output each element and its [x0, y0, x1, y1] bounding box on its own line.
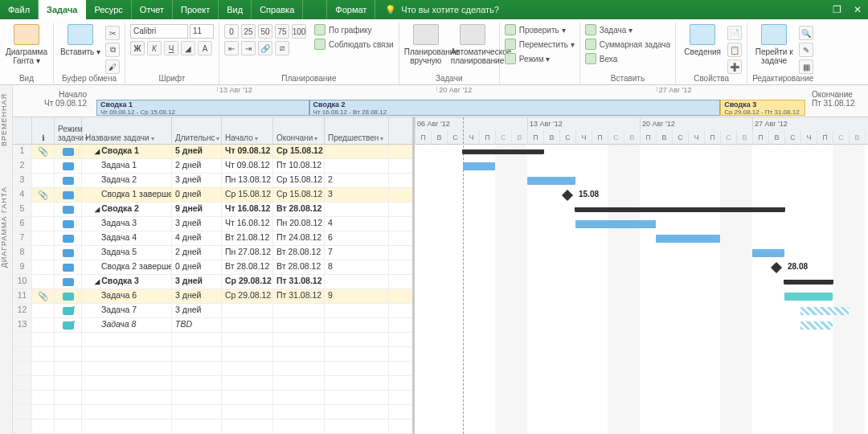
- tab-file[interactable]: Файл: [0, 0, 39, 19]
- manual-schedule-button[interactable]: Планирование вручную: [404, 24, 448, 65]
- font-name-select[interactable]: Calibri: [130, 24, 188, 39]
- tab-resource[interactable]: Ресурс: [86, 0, 131, 19]
- tab-spacer: [303, 0, 327, 19]
- outdent-button[interactable]: ⇤: [224, 41, 239, 55]
- window-close[interactable]: ✕: [847, 0, 868, 19]
- table-row[interactable]: 6Задача 33 днейЧт 16.08.12Пн 20.08.124: [13, 217, 412, 231]
- col-finish[interactable]: Окончани▾: [273, 117, 325, 144]
- table-row[interactable]: 11📎Задача 63 днейСр 29.08.12Пт 31.08.129: [13, 289, 412, 304]
- tell-me-label: Что вы хотите сделать?: [401, 5, 499, 14]
- insert-summary-button[interactable]: Суммарная задача: [585, 39, 670, 50]
- format-painter-button[interactable]: 🖌: [105, 59, 120, 74]
- tab-task[interactable]: Задача: [39, 0, 86, 19]
- table-row[interactable]: 8Задача 52 днейПн 27.08.12Вт 28.08.127: [13, 246, 412, 260]
- on-schedule[interactable]: По графику: [314, 24, 394, 35]
- fill-color-button[interactable]: ◢: [181, 41, 195, 55]
- tab-help[interactable]: Справка: [252, 0, 303, 19]
- find-button[interactable]: 🔍: [799, 26, 813, 40]
- paste-icon: [68, 24, 93, 45]
- group-insert: Вставить: [585, 74, 670, 84]
- details-button[interactable]: 📋: [727, 43, 742, 57]
- timeline-start: НачалоЧт 09.08.12: [6, 90, 87, 108]
- table-row[interactable]: 10Сводка 33 днейСр 29.08.12Пт 31.08.12: [13, 275, 412, 289]
- tell-me[interactable]: 💡Что вы хотите сделать?: [375, 0, 509, 19]
- tab-format[interactable]: Формат: [327, 0, 375, 19]
- notes-button[interactable]: 📄: [727, 26, 742, 40]
- gantt-chart[interactable]: 06 Авг '1213 Авг '1220 Авг '1227 Авг '12…: [415, 117, 868, 434]
- timeline-pane[interactable]: НачалоЧт 09.08.12 ОкончаниеПт 31.08.12 1…: [0, 85, 868, 117]
- table-row[interactable]: 1📎Сводка 15 днейЧт 09.08.12Ср 15.08.12: [13, 145, 412, 159]
- menu-tabs: Файл Задача Ресурс Отчет Проект Вид Спра…: [0, 0, 868, 19]
- pct-50[interactable]: 50: [258, 24, 272, 39]
- font-size-select[interactable]: 11: [190, 24, 214, 39]
- manual-icon: [413, 24, 439, 45]
- tab-view[interactable]: Вид: [219, 0, 252, 19]
- info-button[interactable]: Сведения: [681, 24, 724, 56]
- col-name[interactable]: Название задачи▾: [82, 117, 172, 144]
- clear-button[interactable]: ✎: [799, 43, 813, 57]
- timeline-add-button[interactable]: ➕: [727, 59, 742, 74]
- table-row[interactable]: 3Задача 23 днейПн 13.08.12Ср 15.08.122: [13, 174, 412, 188]
- table-row[interactable]: 13Задача 8TBD: [13, 318, 412, 333]
- timeline-end: ОкончаниеПт 31.08.12: [812, 90, 868, 108]
- view-gantt-button[interactable]: Диаграмма Ганта ▾: [5, 24, 48, 65]
- link-button[interactable]: 🔗: [258, 41, 272, 55]
- ribbon: Диаграмма Ганта ▾Вид Вставить ▾✂⧉🖌Буфер …: [0, 19, 868, 85]
- underline-button[interactable]: Ч: [164, 41, 178, 55]
- pct-100[interactable]: 100: [292, 24, 306, 39]
- inspect-button[interactable]: Проверить ▾: [505, 24, 575, 35]
- copy-button[interactable]: ⧉: [105, 43, 120, 57]
- bulb-icon: 💡: [385, 5, 396, 15]
- tab-report[interactable]: Отчет: [132, 0, 173, 19]
- group-clipboard: Буфер обмена: [59, 74, 120, 84]
- vertical-labels: ВРЕМЕННАЯ ДИАГРАММА ГАНТА: [0, 85, 13, 434]
- fill-button[interactable]: ▦: [799, 59, 813, 74]
- table-row[interactable]: 5Сводка 29 днейЧт 16.08.12Вт 28.08.12: [13, 203, 412, 217]
- col-pred[interactable]: Предшествен▾: [325, 117, 389, 144]
- pct-0[interactable]: 0: [224, 24, 239, 39]
- table-row[interactable]: 2Задача 12 днейЧт 09.08.12Пт 10.08.12: [13, 159, 412, 174]
- schedule-icon: [314, 24, 326, 35]
- group-view: Вид: [5, 74, 48, 84]
- links-icon: [314, 39, 326, 50]
- grid-header: ℹ Режим задачи▾ Название задачи▾ Длитель…: [13, 117, 412, 145]
- group-tasks: Задачи: [404, 74, 494, 84]
- group-font: Шрифт: [130, 74, 214, 84]
- group-inspect: [505, 74, 575, 84]
- bold-button[interactable]: Ж: [130, 41, 145, 55]
- font-color-button[interactable]: A: [198, 41, 212, 55]
- auto-icon: [460, 24, 485, 45]
- window-restore[interactable]: ❐: [826, 0, 847, 19]
- table-row[interactable]: 7Задача 44 днейВт 21.08.12Пт 24.08.126: [13, 231, 412, 246]
- col-duration[interactable]: Длительнс▾: [172, 117, 222, 144]
- group-planning: Планирование: [224, 74, 394, 84]
- auto-schedule-button[interactable]: Автоматическое планирование: [451, 24, 494, 65]
- paste-button[interactable]: Вставить ▾: [59, 24, 102, 56]
- insert-milestone-button[interactable]: Веха: [585, 53, 670, 64]
- insert-task-button[interactable]: Задача ▾: [585, 24, 670, 35]
- unlink-button[interactable]: ⧄: [275, 41, 289, 55]
- italic-button[interactable]: К: [147, 41, 162, 55]
- mode-button[interactable]: Режим ▾: [505, 53, 575, 64]
- col-mode[interactable]: Режим задачи▾: [55, 117, 82, 144]
- respect-links[interactable]: Соблюдать связи: [314, 39, 394, 50]
- task-grid[interactable]: ℹ Режим задачи▾ Название задачи▾ Длитель…: [13, 117, 415, 434]
- gantt-icon: [14, 24, 39, 45]
- scroll-to-task-button[interactable]: Перейти к задаче: [752, 24, 796, 65]
- pct-25[interactable]: 25: [241, 24, 256, 39]
- tab-project[interactable]: Проект: [173, 0, 219, 19]
- group-properties: Свойства: [681, 74, 742, 84]
- cut-button[interactable]: ✂: [105, 26, 120, 40]
- group-edit: Редактирование: [752, 74, 813, 84]
- col-start[interactable]: Начало▾: [222, 117, 273, 144]
- table-row[interactable]: 9Сводка 2 заверше0 днейВт 28.08.12Вт 28.…: [13, 260, 412, 275]
- move-button[interactable]: Переместить ▾: [505, 39, 575, 50]
- table-row[interactable]: 12Задача 73 дней: [13, 304, 412, 318]
- pct-75[interactable]: 75: [275, 24, 289, 39]
- scroll-icon: [761, 24, 787, 45]
- col-info[interactable]: ℹ: [32, 117, 55, 144]
- info-icon: [690, 24, 715, 45]
- table-row[interactable]: 4📎Сводка 1 заверше0 днейСр 15.08.12Ср 15…: [13, 188, 412, 203]
- indent-button[interactable]: ⇥: [241, 41, 256, 55]
